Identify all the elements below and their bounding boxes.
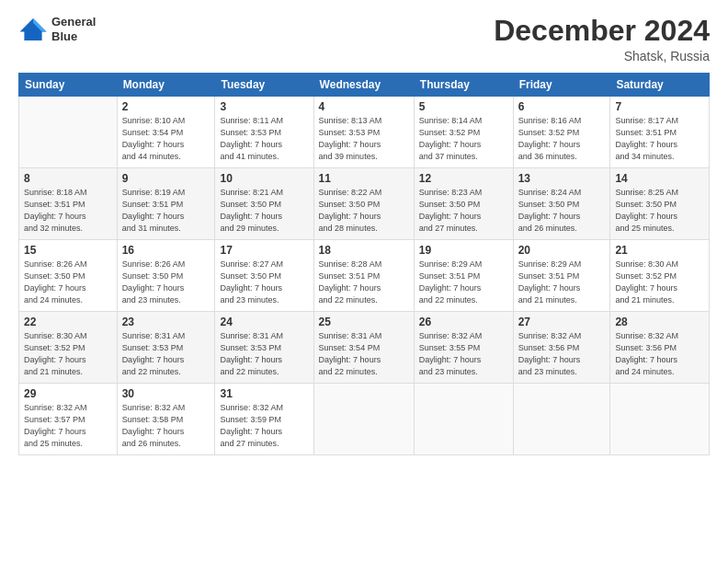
day-info: Sunrise: 8:29 AM Sunset: 3:51 PM Dayligh… <box>419 259 508 306</box>
day-info: Sunrise: 8:31 AM Sunset: 3:53 PM Dayligh… <box>220 330 308 378</box>
day-info: Sunrise: 8:16 AM Sunset: 3:52 PM Dayligh… <box>518 115 606 163</box>
day-number: 23 <box>122 316 210 328</box>
day-number: 10 <box>220 172 308 185</box>
calendar-cell: 25Sunrise: 8:31 AM Sunset: 3:54 PM Dayli… <box>313 312 414 384</box>
day-info: Sunrise: 8:31 AM Sunset: 3:53 PM Dayligh… <box>122 330 210 378</box>
calendar-cell: 13Sunrise: 8:24 AM Sunset: 3:50 PM Dayli… <box>513 168 610 240</box>
day-info: Sunrise: 8:25 AM Sunset: 3:50 PM Dayligh… <box>615 187 704 235</box>
calendar-cell: 31Sunrise: 8:32 AM Sunset: 3:59 PM Dayli… <box>215 384 313 455</box>
calendar-cell: 6Sunrise: 8:16 AM Sunset: 3:52 PM Daylig… <box>513 97 610 168</box>
calendar-cell <box>19 97 118 168</box>
day-info: Sunrise: 8:27 AM Sunset: 3:50 PM Dayligh… <box>220 259 308 306</box>
day-number: 14 <box>615 172 704 185</box>
calendar-cell: 8Sunrise: 8:18 AM Sunset: 3:51 PM Daylig… <box>19 168 118 240</box>
calendar-cell: 19Sunrise: 8:29 AM Sunset: 3:51 PM Dayli… <box>414 240 513 312</box>
day-number: 24 <box>220 316 308 328</box>
calendar-cell: 7Sunrise: 8:17 AM Sunset: 3:51 PM Daylig… <box>610 97 710 168</box>
day-number: 16 <box>122 244 210 257</box>
col-thursday: Thursday <box>414 74 513 97</box>
calendar-cell: 30Sunrise: 8:32 AM Sunset: 3:58 PM Dayli… <box>117 384 215 455</box>
page: General Blue December 2024 Shatsk, Russi… <box>0 0 728 563</box>
month-title: December 2024 <box>494 15 710 47</box>
day-number: 3 <box>220 100 308 113</box>
day-number: 17 <box>220 244 308 257</box>
day-info: Sunrise: 8:26 AM Sunset: 3:50 PM Dayligh… <box>122 259 210 306</box>
day-number: 31 <box>220 387 308 400</box>
calendar-cell: 15Sunrise: 8:26 AM Sunset: 3:50 PM Dayli… <box>19 240 118 312</box>
calendar-cell: 24Sunrise: 8:31 AM Sunset: 3:53 PM Dayli… <box>215 312 313 384</box>
day-number: 20 <box>518 244 606 257</box>
calendar-cell <box>414 384 513 455</box>
calendar-cell: 27Sunrise: 8:32 AM Sunset: 3:56 PM Dayli… <box>513 312 610 384</box>
calendar-row-2: 8Sunrise: 8:18 AM Sunset: 3:51 PM Daylig… <box>19 168 710 240</box>
calendar-cell: 14Sunrise: 8:25 AM Sunset: 3:50 PM Dayli… <box>610 168 710 240</box>
calendar: Sunday Monday Tuesday Wednesday Thursday… <box>18 73 710 455</box>
day-number: 27 <box>518 316 606 328</box>
col-tuesday: Tuesday <box>215 74 313 97</box>
day-info: Sunrise: 8:11 AM Sunset: 3:53 PM Dayligh… <box>220 115 308 163</box>
day-info: Sunrise: 8:28 AM Sunset: 3:51 PM Dayligh… <box>319 259 409 306</box>
col-saturday: Saturday <box>610 74 710 97</box>
day-number: 18 <box>319 244 409 257</box>
calendar-cell: 26Sunrise: 8:32 AM Sunset: 3:55 PM Dayli… <box>414 312 513 384</box>
day-number: 22 <box>24 316 112 328</box>
calendar-cell: 3Sunrise: 8:11 AM Sunset: 3:53 PM Daylig… <box>215 97 313 168</box>
calendar-cell <box>513 384 610 455</box>
col-sunday: Sunday <box>19 74 118 97</box>
calendar-cell: 5Sunrise: 8:14 AM Sunset: 3:52 PM Daylig… <box>414 97 513 168</box>
day-info: Sunrise: 8:29 AM Sunset: 3:51 PM Dayligh… <box>518 259 606 306</box>
day-info: Sunrise: 8:32 AM Sunset: 3:59 PM Dayligh… <box>220 402 308 450</box>
day-number: 9 <box>122 172 210 185</box>
calendar-cell: 16Sunrise: 8:26 AM Sunset: 3:50 PM Dayli… <box>117 240 215 312</box>
calendar-cell <box>610 384 710 455</box>
header: General Blue December 2024 Shatsk, Russi… <box>18 15 710 63</box>
col-monday: Monday <box>117 74 215 97</box>
day-info: Sunrise: 8:32 AM Sunset: 3:56 PM Dayligh… <box>615 330 704 378</box>
day-number: 12 <box>419 172 508 185</box>
day-info: Sunrise: 8:32 AM Sunset: 3:55 PM Dayligh… <box>419 330 508 378</box>
col-friday: Friday <box>513 74 610 97</box>
day-number: 11 <box>319 172 409 185</box>
calendar-cell: 28Sunrise: 8:32 AM Sunset: 3:56 PM Dayli… <box>610 312 710 384</box>
calendar-cell: 2Sunrise: 8:10 AM Sunset: 3:54 PM Daylig… <box>117 97 215 168</box>
calendar-cell <box>313 384 414 455</box>
calendar-cell: 10Sunrise: 8:21 AM Sunset: 3:50 PM Dayli… <box>215 168 313 240</box>
calendar-cell: 23Sunrise: 8:31 AM Sunset: 3:53 PM Dayli… <box>117 312 215 384</box>
day-info: Sunrise: 8:30 AM Sunset: 3:52 PM Dayligh… <box>24 330 112 378</box>
day-info: Sunrise: 8:30 AM Sunset: 3:52 PM Dayligh… <box>615 259 704 306</box>
col-wednesday: Wednesday <box>313 74 414 97</box>
day-number: 2 <box>122 100 210 113</box>
day-number: 8 <box>24 172 112 185</box>
day-number: 7 <box>615 100 704 113</box>
day-info: Sunrise: 8:13 AM Sunset: 3:53 PM Dayligh… <box>319 115 409 163</box>
day-info: Sunrise: 8:23 AM Sunset: 3:50 PM Dayligh… <box>419 187 508 235</box>
day-number: 29 <box>24 387 112 400</box>
day-info: Sunrise: 8:26 AM Sunset: 3:50 PM Dayligh… <box>24 259 112 306</box>
day-info: Sunrise: 8:32 AM Sunset: 3:56 PM Dayligh… <box>518 330 606 378</box>
logo-text: General Blue <box>51 15 96 43</box>
day-info: Sunrise: 8:31 AM Sunset: 3:54 PM Dayligh… <box>319 330 409 378</box>
day-info: Sunrise: 8:18 AM Sunset: 3:51 PM Dayligh… <box>24 187 112 235</box>
title-block: December 2024 Shatsk, Russia <box>494 15 710 63</box>
location: Shatsk, Russia <box>494 49 710 63</box>
calendar-cell: 18Sunrise: 8:28 AM Sunset: 3:51 PM Dayli… <box>313 240 414 312</box>
calendar-cell: 29Sunrise: 8:32 AM Sunset: 3:57 PM Dayli… <box>19 384 118 455</box>
calendar-cell: 4Sunrise: 8:13 AM Sunset: 3:53 PM Daylig… <box>313 97 414 168</box>
calendar-cell: 9Sunrise: 8:19 AM Sunset: 3:51 PM Daylig… <box>117 168 215 240</box>
day-info: Sunrise: 8:17 AM Sunset: 3:51 PM Dayligh… <box>615 115 704 163</box>
calendar-cell: 22Sunrise: 8:30 AM Sunset: 3:52 PM Dayli… <box>19 312 118 384</box>
calendar-cell: 20Sunrise: 8:29 AM Sunset: 3:51 PM Dayli… <box>513 240 610 312</box>
day-info: Sunrise: 8:21 AM Sunset: 3:50 PM Dayligh… <box>220 187 308 235</box>
day-number: 5 <box>419 100 508 113</box>
calendar-cell: 21Sunrise: 8:30 AM Sunset: 3:52 PM Dayli… <box>610 240 710 312</box>
day-number: 15 <box>24 244 112 257</box>
day-info: Sunrise: 8:32 AM Sunset: 3:57 PM Dayligh… <box>24 402 112 450</box>
day-info: Sunrise: 8:10 AM Sunset: 3:54 PM Dayligh… <box>122 115 210 163</box>
day-number: 13 <box>518 172 606 185</box>
calendar-cell: 17Sunrise: 8:27 AM Sunset: 3:50 PM Dayli… <box>215 240 313 312</box>
calendar-row-3: 15Sunrise: 8:26 AM Sunset: 3:50 PM Dayli… <box>19 240 710 312</box>
day-number: 4 <box>319 100 409 113</box>
logo-icon <box>18 17 48 42</box>
day-number: 28 <box>615 316 704 328</box>
calendar-row-4: 22Sunrise: 8:30 AM Sunset: 3:52 PM Dayli… <box>19 312 710 384</box>
